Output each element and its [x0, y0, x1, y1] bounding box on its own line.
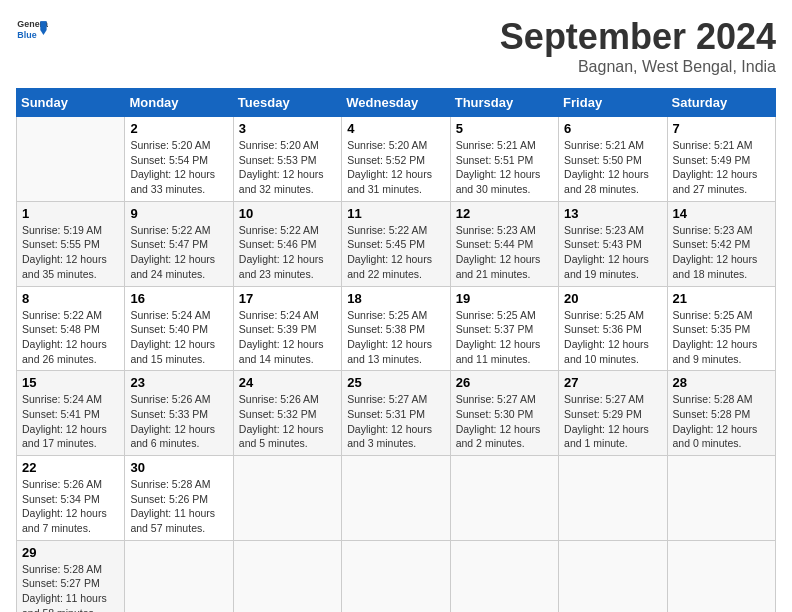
day-number: 6 [564, 121, 661, 136]
sunrise-text: Sunrise: 5:20 AM [130, 139, 210, 151]
daylight-text: Daylight: 12 hours and 33 minutes. [130, 168, 215, 195]
calendar-cell [450, 540, 558, 612]
calendar-cell [667, 456, 775, 541]
calendar-cell: 2 Sunrise: 5:20 AM Sunset: 5:54 PM Dayli… [125, 117, 233, 202]
calendar-cell: 17 Sunrise: 5:24 AM Sunset: 5:39 PM Dayl… [233, 286, 341, 371]
sunset-text: Sunset: 5:52 PM [347, 154, 425, 166]
calendar-week-row: 1 Sunrise: 5:19 AM Sunset: 5:55 PM Dayli… [17, 201, 776, 286]
sunset-text: Sunset: 5:51 PM [456, 154, 534, 166]
location-title: Bagnan, West Bengal, India [500, 58, 776, 76]
day-number: 17 [239, 291, 336, 306]
day-info: Sunrise: 5:26 AM Sunset: 5:34 PM Dayligh… [22, 477, 119, 536]
day-number: 13 [564, 206, 661, 221]
col-tuesday: Tuesday [233, 89, 341, 117]
day-number: 18 [347, 291, 444, 306]
day-number: 12 [456, 206, 553, 221]
daylight-text: Daylight: 11 hours and 57 minutes. [130, 507, 215, 534]
day-number: 29 [22, 545, 119, 560]
sunset-text: Sunset: 5:29 PM [564, 408, 642, 420]
calendar-cell [17, 117, 125, 202]
sunset-text: Sunset: 5:31 PM [347, 408, 425, 420]
sunrise-text: Sunrise: 5:20 AM [347, 139, 427, 151]
calendar-cell: 10 Sunrise: 5:22 AM Sunset: 5:46 PM Dayl… [233, 201, 341, 286]
calendar-cell: 16 Sunrise: 5:24 AM Sunset: 5:40 PM Dayl… [125, 286, 233, 371]
calendar-cell: 22 Sunrise: 5:26 AM Sunset: 5:34 PM Dayl… [17, 456, 125, 541]
sunset-text: Sunset: 5:39 PM [239, 323, 317, 335]
sunset-text: Sunset: 5:36 PM [564, 323, 642, 335]
col-friday: Friday [559, 89, 667, 117]
sunrise-text: Sunrise: 5:22 AM [347, 224, 427, 236]
calendar-cell: 23 Sunrise: 5:26 AM Sunset: 5:33 PM Dayl… [125, 371, 233, 456]
daylight-text: Daylight: 12 hours and 32 minutes. [239, 168, 324, 195]
sunrise-text: Sunrise: 5:25 AM [673, 309, 753, 321]
day-info: Sunrise: 5:24 AM Sunset: 5:39 PM Dayligh… [239, 308, 336, 367]
sunset-text: Sunset: 5:37 PM [456, 323, 534, 335]
col-saturday: Saturday [667, 89, 775, 117]
daylight-text: Daylight: 12 hours and 26 minutes. [22, 338, 107, 365]
calendar-cell [667, 540, 775, 612]
calendar-cell: 7 Sunrise: 5:21 AM Sunset: 5:49 PM Dayli… [667, 117, 775, 202]
sunrise-text: Sunrise: 5:27 AM [456, 393, 536, 405]
daylight-text: Daylight: 12 hours and 21 minutes. [456, 253, 541, 280]
month-title: September 2024 [500, 16, 776, 58]
sunset-text: Sunset: 5:28 PM [673, 408, 751, 420]
sunrise-text: Sunrise: 5:22 AM [239, 224, 319, 236]
daylight-text: Daylight: 12 hours and 24 minutes. [130, 253, 215, 280]
day-info: Sunrise: 5:25 AM Sunset: 5:37 PM Dayligh… [456, 308, 553, 367]
sunset-text: Sunset: 5:32 PM [239, 408, 317, 420]
sunset-text: Sunset: 5:53 PM [239, 154, 317, 166]
sunrise-text: Sunrise: 5:22 AM [130, 224, 210, 236]
daylight-text: Daylight: 12 hours and 28 minutes. [564, 168, 649, 195]
calendar-week-row: 29 Sunrise: 5:28 AM Sunset: 5:27 PM Dayl… [17, 540, 776, 612]
sunrise-text: Sunrise: 5:23 AM [564, 224, 644, 236]
day-number: 30 [130, 460, 227, 475]
day-number: 20 [564, 291, 661, 306]
day-info: Sunrise: 5:26 AM Sunset: 5:32 PM Dayligh… [239, 392, 336, 451]
sunrise-text: Sunrise: 5:27 AM [564, 393, 644, 405]
daylight-text: Daylight: 12 hours and 1 minute. [564, 423, 649, 450]
sunset-text: Sunset: 5:34 PM [22, 493, 100, 505]
day-number: 2 [130, 121, 227, 136]
day-info: Sunrise: 5:27 AM Sunset: 5:30 PM Dayligh… [456, 392, 553, 451]
title-area: September 2024 Bagnan, West Bengal, Indi… [500, 16, 776, 76]
sunrise-text: Sunrise: 5:25 AM [347, 309, 427, 321]
calendar-week-row: 8 Sunrise: 5:22 AM Sunset: 5:48 PM Dayli… [17, 286, 776, 371]
day-info: Sunrise: 5:27 AM Sunset: 5:31 PM Dayligh… [347, 392, 444, 451]
sunset-text: Sunset: 5:55 PM [22, 238, 100, 250]
calendar-cell [559, 540, 667, 612]
sunset-text: Sunset: 5:38 PM [347, 323, 425, 335]
sunset-text: Sunset: 5:42 PM [673, 238, 751, 250]
day-info: Sunrise: 5:24 AM Sunset: 5:40 PM Dayligh… [130, 308, 227, 367]
daylight-text: Daylight: 12 hours and 6 minutes. [130, 423, 215, 450]
sunrise-text: Sunrise: 5:24 AM [130, 309, 210, 321]
daylight-text: Daylight: 12 hours and 7 minutes. [22, 507, 107, 534]
day-number: 7 [673, 121, 770, 136]
logo: General Blue [16, 16, 48, 44]
daylight-text: Daylight: 12 hours and 13 minutes. [347, 338, 432, 365]
sunrise-text: Sunrise: 5:22 AM [22, 309, 102, 321]
sunrise-text: Sunrise: 5:24 AM [239, 309, 319, 321]
sunrise-text: Sunrise: 5:20 AM [239, 139, 319, 151]
calendar-cell: 21 Sunrise: 5:25 AM Sunset: 5:35 PM Dayl… [667, 286, 775, 371]
svg-marker-3 [40, 30, 46, 35]
daylight-text: Daylight: 12 hours and 27 minutes. [673, 168, 758, 195]
calendar-week-row: 15 Sunrise: 5:24 AM Sunset: 5:41 PM Dayl… [17, 371, 776, 456]
sunset-text: Sunset: 5:45 PM [347, 238, 425, 250]
daylight-text: Daylight: 12 hours and 17 minutes. [22, 423, 107, 450]
calendar-cell [559, 456, 667, 541]
sunrise-text: Sunrise: 5:21 AM [673, 139, 753, 151]
calendar-cell: 1 Sunrise: 5:19 AM Sunset: 5:55 PM Dayli… [17, 201, 125, 286]
day-info: Sunrise: 5:28 AM Sunset: 5:28 PM Dayligh… [673, 392, 770, 451]
day-number: 23 [130, 375, 227, 390]
sunset-text: Sunset: 5:54 PM [130, 154, 208, 166]
day-info: Sunrise: 5:25 AM Sunset: 5:38 PM Dayligh… [347, 308, 444, 367]
calendar: Sunday Monday Tuesday Wednesday Thursday… [16, 88, 776, 612]
sunset-text: Sunset: 5:50 PM [564, 154, 642, 166]
sunrise-text: Sunrise: 5:28 AM [130, 478, 210, 490]
sunset-text: Sunset: 5:27 PM [22, 577, 100, 589]
day-number: 11 [347, 206, 444, 221]
sunset-text: Sunset: 5:40 PM [130, 323, 208, 335]
calendar-cell: 13 Sunrise: 5:23 AM Sunset: 5:43 PM Dayl… [559, 201, 667, 286]
sunset-text: Sunset: 5:43 PM [564, 238, 642, 250]
day-number: 1 [22, 206, 119, 221]
